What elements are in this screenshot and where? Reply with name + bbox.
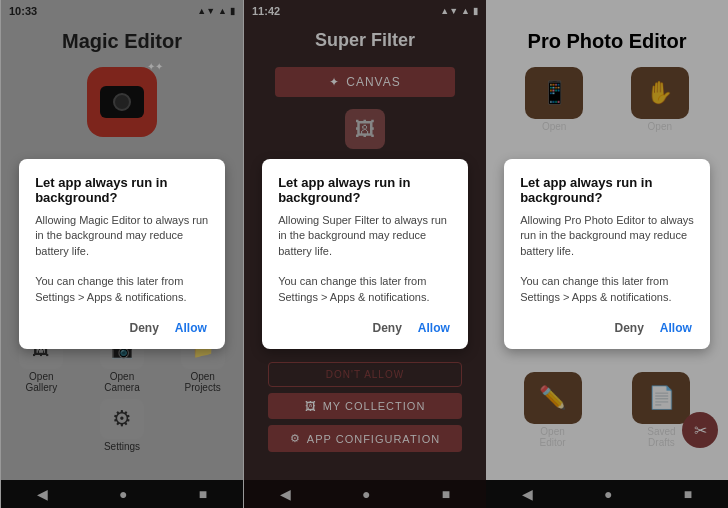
dialog-title-1: Let app always run in background? [35,175,209,205]
dialog-body2-1: You can change this later from Settings … [35,275,186,302]
dialog-body2-2: You can change this later from Settings … [278,275,429,302]
panel-magic-editor: 10:33 ▲▼ ▲ ▮ Magic Editor ✦✦ 🖼 OpenGalle… [0,0,244,508]
panel-pro-photo-editor: 12:35 ▲▼ ▲ ▮ Pro Photo Editor 📱 Open ✋ O… [486,0,728,508]
dialog-body2-3: You can change this later from Settings … [520,275,671,302]
dialog-overlay-3: Let app always run in background? Allowi… [486,0,728,508]
dialog-body1-2: Allowing Super Filter to always run in t… [278,214,447,257]
dialog-body-3: Allowing Pro Photo Editor to always run … [520,213,694,305]
dialog-overlay-1: Let app always run in background? Allowi… [1,0,243,508]
dialog-title-3: Let app always run in background? [520,175,694,205]
dialog-body1-3: Allowing Pro Photo Editor to always run … [520,214,694,257]
dialog-body-1: Allowing Magic Editor to always run in t… [35,213,209,305]
dialog-actions-2: Deny Allow [278,313,452,339]
deny-button-3[interactable]: Deny [613,317,646,339]
dialog-body1-1: Allowing Magic Editor to always run in t… [35,214,208,257]
dialog-3: Let app always run in background? Allowi… [504,159,710,349]
allow-button-2[interactable]: Allow [416,317,452,339]
allow-button-1[interactable]: Allow [173,317,209,339]
panel-super-filter: 11:42 ▲▼ ▲ ▮ Super Filter ✦ CANVAS 🖼 DON… [244,0,486,508]
dialog-2: Let app always run in background? Allowi… [262,159,468,349]
deny-button-1[interactable]: Deny [128,317,161,339]
dialog-body-2: Allowing Super Filter to always run in t… [278,213,452,305]
dialog-actions-1: Deny Allow [35,313,209,339]
allow-button-3[interactable]: Allow [658,317,694,339]
dialog-1: Let app always run in background? Allowi… [19,159,225,349]
deny-button-2[interactable]: Deny [371,317,404,339]
dialog-overlay-2: Let app always run in background? Allowi… [244,0,486,508]
dialog-actions-3: Deny Allow [520,313,694,339]
dialog-title-2: Let app always run in background? [278,175,452,205]
